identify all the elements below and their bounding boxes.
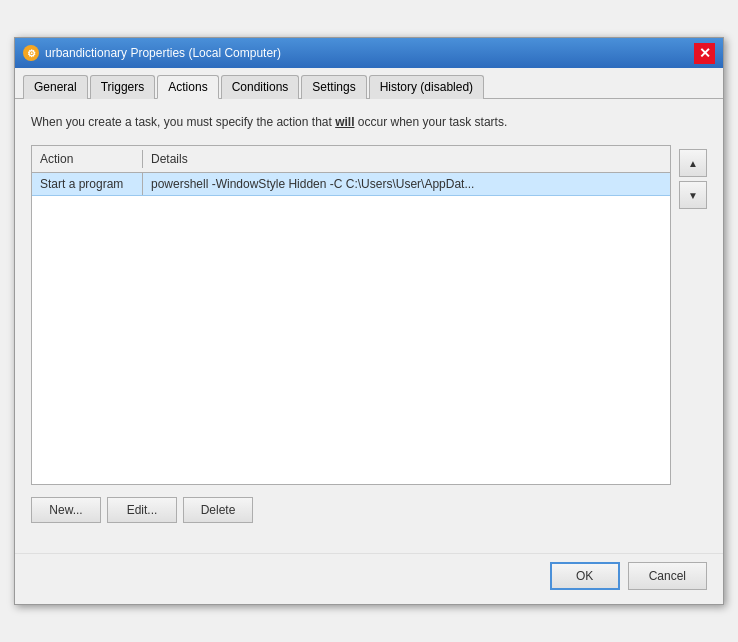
description-text: When you create a task, you must specify… [31,113,707,131]
tab-content: When you create a task, you must specify… [15,99,723,553]
table-header: Action Details [32,146,670,173]
move-up-button[interactable]: ▲ [679,149,707,177]
tab-history[interactable]: History (disabled) [369,75,484,99]
col-header-action: Action [32,150,142,168]
row-details: powershell -WindowStyle Hidden -C C:\Use… [143,173,670,195]
table-row[interactable]: Start a program powershell -WindowStyle … [32,173,670,196]
edit-button[interactable]: Edit... [107,497,177,523]
description-bold: will [335,115,354,129]
col-header-details: Details [143,150,670,168]
description-part1: When you create a task, you must specify… [31,115,335,129]
footer: OK Cancel [15,553,723,604]
delete-button[interactable]: Delete [183,497,253,523]
description-part2: occur when your task starts. [355,115,508,129]
move-down-button[interactable]: ▼ [679,181,707,209]
ok-button[interactable]: OK [550,562,620,590]
tab-settings[interactable]: Settings [301,75,366,99]
tab-actions[interactable]: Actions [157,75,218,99]
action-buttons: New... Edit... Delete [31,497,707,523]
close-button[interactable]: ✕ [694,43,715,64]
window-title: urbandictionary Properties (Local Comput… [45,46,281,60]
title-bar: ⚙ urbandictionary Properties (Local Comp… [15,38,723,68]
tab-bar: General Triggers Actions Conditions Sett… [15,68,723,99]
arrow-buttons: ▲ ▼ [679,145,707,485]
actions-table: Action Details Start a program powershel… [31,145,671,485]
row-action: Start a program [32,173,142,195]
tab-triggers[interactable]: Triggers [90,75,156,99]
tab-general[interactable]: General [23,75,88,99]
title-bar-left: ⚙ urbandictionary Properties (Local Comp… [23,45,281,61]
tab-conditions[interactable]: Conditions [221,75,300,99]
window-icon: ⚙ [23,45,39,61]
cancel-button[interactable]: Cancel [628,562,707,590]
properties-window: ⚙ urbandictionary Properties (Local Comp… [14,37,724,605]
table-area: Action Details Start a program powershel… [31,145,707,485]
new-button[interactable]: New... [31,497,101,523]
